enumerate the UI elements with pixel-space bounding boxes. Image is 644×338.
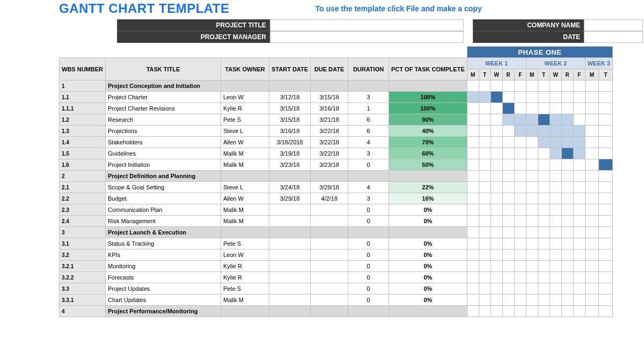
gantt-cell[interactable]: [599, 114, 613, 126]
gantt-cell[interactable]: [491, 261, 502, 272]
owner-cell[interactable]: Malik M: [221, 148, 269, 159]
gantt-cell[interactable]: [526, 249, 538, 261]
task-title-cell[interactable]: KPIs: [106, 249, 221, 261]
gantt-cell[interactable]: [514, 137, 526, 148]
task-title-cell[interactable]: Communication Plan: [106, 204, 221, 216]
gantt-cell[interactable]: [514, 249, 526, 261]
gantt-cell[interactable]: [479, 126, 491, 137]
gantt-cell[interactable]: [561, 159, 573, 171]
start-cell[interactable]: [269, 249, 311, 261]
gantt-cell[interactable]: [538, 295, 550, 306]
gantt-cell[interactable]: [502, 204, 514, 216]
task-title-cell[interactable]: Budget: [106, 193, 221, 204]
gantt-cell[interactable]: [526, 272, 538, 283]
gantt-cell[interactable]: [491, 114, 502, 126]
wbs-cell[interactable]: 1.3: [60, 126, 106, 137]
gantt-cell[interactable]: [538, 193, 550, 204]
gantt-cell[interactable]: [491, 137, 502, 148]
gantt-cell[interactable]: [573, 80, 585, 92]
gantt-cell[interactable]: [599, 227, 613, 238]
gantt-cell[interactable]: [538, 249, 550, 261]
gantt-cell[interactable]: [573, 216, 585, 227]
cell[interactable]: [348, 171, 389, 182]
due-cell[interactable]: 3/15/18: [311, 92, 348, 103]
gantt-cell[interactable]: [538, 126, 550, 137]
cell[interactable]: [389, 80, 467, 92]
gantt-cell[interactable]: [491, 148, 502, 159]
gantt-cell[interactable]: [573, 103, 585, 114]
gantt-cell[interactable]: [502, 137, 514, 148]
due-cell[interactable]: 3/22/18: [311, 137, 348, 148]
gantt-cell[interactable]: [502, 249, 514, 261]
pct-cell[interactable]: 100%: [389, 103, 467, 114]
gantt-cell[interactable]: [526, 283, 538, 295]
gantt-cell[interactable]: [585, 249, 599, 261]
gantt-cell[interactable]: [491, 216, 502, 227]
duration-cell[interactable]: 4: [348, 137, 389, 148]
gantt-cell[interactable]: [561, 103, 573, 114]
owner-cell[interactable]: Malik M: [221, 216, 269, 227]
cell[interactable]: [348, 227, 389, 238]
pct-cell[interactable]: 0%: [389, 272, 467, 283]
due-cell[interactable]: 3/21/18: [311, 114, 348, 126]
gantt-cell[interactable]: [550, 204, 561, 216]
cell[interactable]: [269, 171, 311, 182]
wbs-cell[interactable]: 3.2.1: [60, 261, 106, 272]
gantt-cell[interactable]: [514, 272, 526, 283]
gantt-cell[interactable]: [599, 261, 613, 272]
pct-cell[interactable]: 0%: [389, 238, 467, 249]
gantt-cell[interactable]: [550, 103, 561, 114]
start-cell[interactable]: 3/15/18: [269, 114, 311, 126]
due-cell[interactable]: 3/23/18: [311, 159, 348, 171]
gantt-cell[interactable]: [550, 92, 561, 103]
gantt-cell[interactable]: [599, 249, 613, 261]
gantt-cell[interactable]: [514, 227, 526, 238]
wbs-cell[interactable]: 2.4: [60, 216, 106, 227]
owner-cell[interactable]: Kylie R: [221, 261, 269, 272]
gantt-cell[interactable]: [599, 103, 613, 114]
gantt-cell[interactable]: [526, 159, 538, 171]
gantt-cell[interactable]: [550, 80, 561, 92]
gantt-cell[interactable]: [502, 238, 514, 249]
gantt-cell[interactable]: [538, 159, 550, 171]
due-cell[interactable]: 3/28/18: [311, 182, 348, 193]
gantt-cell[interactable]: [538, 92, 550, 103]
wbs-cell[interactable]: 2: [60, 171, 106, 182]
gantt-cell[interactable]: [502, 148, 514, 159]
gantt-cell[interactable]: [538, 261, 550, 272]
gantt-cell[interactable]: [526, 148, 538, 159]
task-title-cell[interactable]: Project Definition and Planning: [106, 171, 221, 182]
gantt-cell[interactable]: [514, 295, 526, 306]
gantt-cell[interactable]: [585, 306, 599, 317]
gantt-cell[interactable]: [550, 126, 561, 137]
gantt-cell[interactable]: [479, 148, 491, 159]
gantt-cell[interactable]: [514, 114, 526, 126]
gantt-cell[interactable]: [585, 114, 599, 126]
gantt-cell[interactable]: [585, 103, 599, 114]
gantt-cell[interactable]: [585, 137, 599, 148]
owner-cell[interactable]: Steve L: [221, 182, 269, 193]
owner-cell[interactable]: Malik M: [221, 295, 269, 306]
gantt-cell[interactable]: [538, 272, 550, 283]
gantt-cell[interactable]: [538, 238, 550, 249]
task-title-cell[interactable]: Project Performance/Monitoring: [106, 306, 221, 317]
gantt-cell[interactable]: [491, 193, 502, 204]
gantt-cell[interactable]: [467, 216, 479, 227]
gantt-cell[interactable]: [526, 171, 538, 182]
duration-cell[interactable]: 0: [348, 204, 389, 216]
start-cell[interactable]: [269, 216, 311, 227]
task-title-cell[interactable]: Status & Tracking: [106, 238, 221, 249]
due-cell[interactable]: [311, 204, 348, 216]
gantt-cell[interactable]: [479, 103, 491, 114]
start-cell[interactable]: 3/18/2018: [269, 137, 311, 148]
project-manager-input[interactable]: [270, 31, 464, 43]
gantt-cell[interactable]: [467, 272, 479, 283]
gantt-cell[interactable]: [479, 204, 491, 216]
date-input[interactable]: [584, 31, 643, 43]
gantt-cell[interactable]: [561, 238, 573, 249]
duration-cell[interactable]: 0: [348, 238, 389, 249]
gantt-cell[interactable]: [467, 92, 479, 103]
gantt-cell[interactable]: [585, 238, 599, 249]
gantt-cell[interactable]: [502, 80, 514, 92]
gantt-cell[interactable]: [514, 182, 526, 193]
